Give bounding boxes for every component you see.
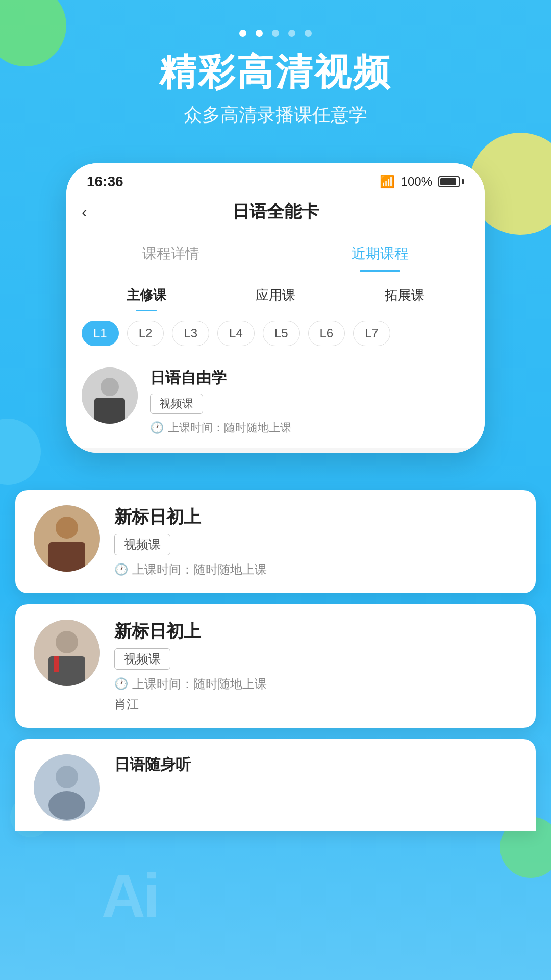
- ai-badge: Ai: [83, 837, 176, 954]
- tab-course-detail[interactable]: 课程详情: [66, 234, 276, 272]
- teacher-label: 肖江: [114, 696, 517, 713]
- phone-nav-header: ‹ 日语全能卡: [66, 195, 485, 234]
- course-time: 🕐 上课时间：随时随地上课: [114, 676, 517, 692]
- hero-section: 精彩高清视频 众多高清录播课任意学: [0, 51, 551, 128]
- level-l1[interactable]: L1: [82, 321, 119, 346]
- dot-5[interactable]: [305, 30, 312, 37]
- scroll-hint: [66, 448, 485, 453]
- avatar-image: [82, 368, 138, 424]
- back-button[interactable]: ‹: [82, 203, 87, 222]
- sub-tab-extended[interactable]: 拓展课: [340, 281, 469, 311]
- dot-3[interactable]: [272, 30, 279, 37]
- tab-recent-courses[interactable]: 近期课程: [276, 234, 485, 272]
- course-name: 日语自由学: [150, 368, 469, 388]
- level-l4[interactable]: L4: [217, 321, 255, 346]
- level-l5[interactable]: L5: [263, 321, 300, 346]
- level-l7[interactable]: L7: [353, 321, 390, 346]
- course-name: 新标日初上: [114, 505, 517, 529]
- course-tag: 视频课: [114, 534, 170, 555]
- course-name: 日语随身听: [114, 754, 517, 775]
- partial-card[interactable]: 日语随身听: [15, 739, 536, 831]
- battery-percent: 100%: [401, 175, 432, 189]
- course-info: 新标日初上 视频课 🕐 上课时间：随时随地上课: [114, 505, 517, 578]
- phone-time: 16:36: [87, 174, 123, 190]
- course-time: 🕐 上课时间：随时随地上课: [150, 420, 469, 435]
- cards-area: 新标日初上 视频课 🕐 上课时间：随时随地上课 新标日初上 视频课 🕐 上课: [15, 490, 536, 831]
- floating-card-2[interactable]: 新标日初上 视频课 🕐 上课时间：随时随地上课 肖江: [15, 604, 536, 728]
- ai-text: Ai: [102, 861, 158, 931]
- svg-point-9: [56, 631, 78, 653]
- course-info: 日语自由学 视频课 🕐 上课时间：随时随地上课: [150, 368, 469, 435]
- dot-1[interactable]: [239, 30, 246, 37]
- page-title: 日语全能卡: [232, 200, 319, 224]
- svg-rect-12: [54, 656, 59, 672]
- level-l3[interactable]: L3: [172, 321, 209, 346]
- course-name: 新标日初上: [114, 620, 517, 643]
- level-pills-row: L1 L2 L3 L4 L5 L6 L7: [66, 311, 485, 355]
- sub-tab-applied[interactable]: 应用课: [211, 281, 340, 311]
- phone-status-icons: 📶 100%: [380, 175, 464, 189]
- svg-rect-3: [94, 398, 125, 424]
- phone-mockup: 16:36 📶 100% ‹ 日语全能卡 课程详情 近期课程 主修课: [66, 163, 485, 453]
- hero-subtitle: 众多高清录播课任意学: [0, 103, 551, 128]
- avatar: [82, 368, 138, 424]
- avatar: [34, 505, 100, 572]
- svg-rect-11: [48, 656, 85, 686]
- svg-rect-7: [48, 542, 85, 572]
- battery-icon: [438, 176, 464, 187]
- course-tag: 视频课: [150, 394, 203, 414]
- clock-icon: 🕐: [114, 563, 128, 576]
- svg-point-15: [48, 791, 85, 820]
- main-tabs: 课程详情 近期课程: [66, 234, 485, 272]
- wifi-icon: 📶: [380, 175, 395, 189]
- course-tag: 视频课: [114, 648, 170, 670]
- page-dots: [239, 30, 312, 37]
- dot-4[interactable]: [288, 30, 295, 37]
- level-l6[interactable]: L6: [308, 321, 345, 346]
- course-time: 🕐 上课时间：随时随地上课: [114, 561, 517, 578]
- level-l2[interactable]: L2: [127, 321, 164, 346]
- hero-title: 精彩高清视频: [0, 51, 551, 93]
- avatar: [34, 620, 100, 686]
- dot-2[interactable]: [256, 30, 263, 37]
- clock-icon: 🕐: [114, 677, 128, 691]
- course-info: 新标日初上 视频课 🕐 上课时间：随时随地上课 肖江: [114, 620, 517, 713]
- phone-status-bar: 16:36 📶 100%: [66, 163, 485, 195]
- svg-point-5: [56, 517, 78, 539]
- svg-point-1: [101, 378, 119, 396]
- course-item-phone[interactable]: 日语自由学 视频课 🕐 上课时间：随时随地上课: [66, 355, 485, 448]
- sub-tab-main[interactable]: 主修课: [82, 281, 211, 311]
- svg-point-14: [56, 766, 78, 788]
- course-info: 日语随身听: [114, 754, 517, 780]
- floating-card-1[interactable]: 新标日初上 视频课 🕐 上课时间：随时随地上课: [15, 490, 536, 593]
- avatar: [34, 754, 100, 821]
- clock-icon: 🕐: [150, 421, 164, 434]
- sub-tabs: 主修课 应用课 拓展课: [66, 272, 485, 311]
